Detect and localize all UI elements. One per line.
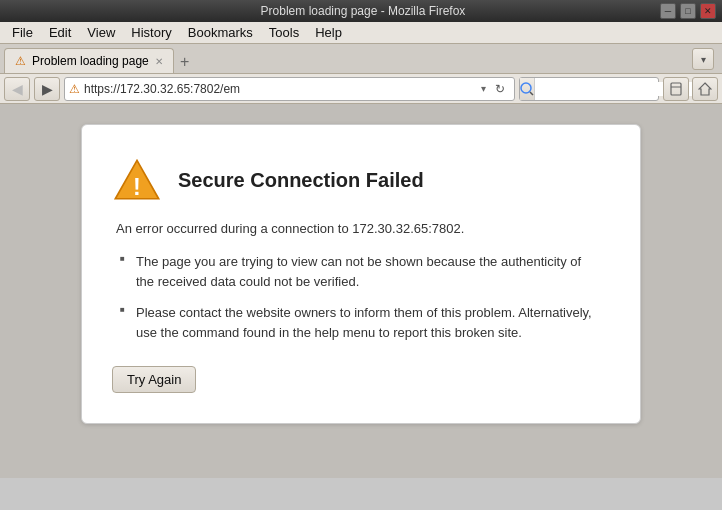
svg-text:!: ! bbox=[133, 174, 141, 200]
search-box: ▾ bbox=[519, 77, 659, 101]
error-title: Secure Connection Failed bbox=[178, 169, 424, 192]
error-warning-icon: ! bbox=[112, 155, 162, 205]
menu-file[interactable]: File bbox=[4, 23, 41, 42]
svg-marker-4 bbox=[699, 83, 711, 95]
error-card: ! Secure Connection Failed An error occu… bbox=[81, 124, 641, 424]
menu-bookmarks[interactable]: Bookmarks bbox=[180, 23, 261, 42]
svg-rect-2 bbox=[671, 83, 681, 95]
tab-label: Problem loading page bbox=[32, 54, 149, 68]
page-content: ! Secure Connection Failed An error occu… bbox=[0, 104, 722, 478]
search-engine-icon[interactable] bbox=[520, 78, 535, 100]
svg-line-1 bbox=[530, 92, 533, 95]
try-again-button[interactable]: Try Again bbox=[112, 366, 196, 393]
maximize-button[interactable]: □ bbox=[680, 3, 696, 19]
home-icon bbox=[698, 82, 712, 96]
window-controls[interactable]: ─ □ ✕ bbox=[660, 3, 716, 19]
minimize-button[interactable]: ─ bbox=[660, 3, 676, 19]
tab-close-button[interactable]: ✕ bbox=[155, 56, 163, 67]
window-title: Problem loading page - Mozilla Firefox bbox=[66, 4, 660, 18]
menu-tools[interactable]: Tools bbox=[261, 23, 307, 42]
bookmark-icon bbox=[669, 82, 683, 96]
menu-edit[interactable]: Edit bbox=[41, 23, 79, 42]
menu-history[interactable]: History bbox=[123, 23, 179, 42]
new-tab-button[interactable]: + bbox=[174, 51, 196, 73]
url-input[interactable] bbox=[84, 82, 477, 96]
error-bullet-2: Please contact the website owners to inf… bbox=[120, 303, 600, 342]
tab-warning-icon: ⚠ bbox=[15, 54, 26, 68]
bookmark-button[interactable] bbox=[663, 77, 689, 101]
error-bullet-1: The page you are trying to view can not … bbox=[120, 252, 600, 291]
url-warning-icon: ⚠ bbox=[69, 82, 80, 96]
reload-button[interactable]: ↻ bbox=[490, 79, 510, 99]
active-tab[interactable]: ⚠ Problem loading page ✕ bbox=[4, 48, 174, 73]
svg-point-0 bbox=[521, 83, 531, 93]
menu-view[interactable]: View bbox=[79, 23, 123, 42]
close-button[interactable]: ✕ bbox=[700, 3, 716, 19]
google-icon bbox=[520, 82, 534, 96]
tab-bar: ⚠ Problem loading page ✕ + ▾ bbox=[0, 44, 722, 74]
url-arrow-icon[interactable]: ▾ bbox=[481, 83, 486, 94]
error-list: The page you are trying to view can not … bbox=[112, 252, 600, 342]
tab-dropdown-button[interactable]: ▾ bbox=[692, 48, 714, 70]
error-description: An error occurred during a connection to… bbox=[112, 221, 600, 236]
title-bar: Problem loading page - Mozilla Firefox ─… bbox=[0, 0, 722, 22]
menu-help[interactable]: Help bbox=[307, 23, 350, 42]
menu-bar: File Edit View History Bookmarks Tools H… bbox=[0, 22, 722, 44]
location-bar: ◀ ▶ ⚠ ▾ ↻ ▾ bbox=[0, 74, 722, 104]
back-button[interactable]: ◀ bbox=[4, 77, 30, 101]
forward-button[interactable]: ▶ bbox=[34, 77, 60, 101]
url-box: ⚠ ▾ ↻ bbox=[64, 77, 515, 101]
toolbar-extra-buttons bbox=[663, 77, 718, 101]
error-header: ! Secure Connection Failed bbox=[112, 155, 600, 205]
home-button[interactable] bbox=[692, 77, 718, 101]
